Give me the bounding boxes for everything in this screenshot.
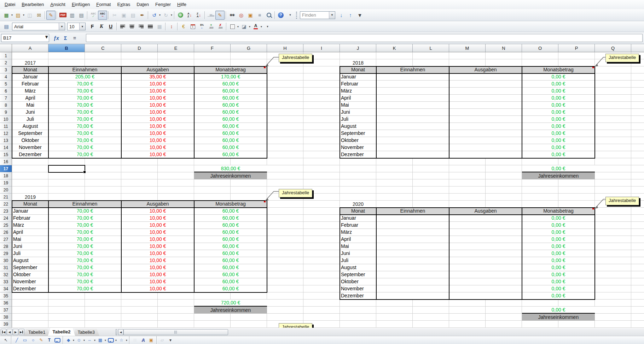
sum-icon[interactable]: Σ (61, 34, 70, 42)
cell[interactable]: 60,00 € (194, 123, 267, 130)
cell[interactable]: 70,00 € (48, 250, 121, 257)
cell[interactable] (449, 123, 522, 130)
horizontal-scrollbar[interactable]: ◀ (118, 329, 228, 335)
cell[interactable]: Juli (340, 257, 376, 264)
cell[interactable]: 10,00 € (121, 285, 194, 292)
scrollbar-thumb[interactable] (123, 329, 228, 335)
background-color-button[interactable]: ◪ (239, 22, 249, 31)
last-sheet-button[interactable]: ▶ (19, 329, 24, 335)
cell[interactable] (449, 102, 522, 109)
cell[interactable]: 60,00 € (194, 81, 267, 88)
rectangle-button[interactable]: ▭ (21, 336, 29, 344)
text-button[interactable]: T (45, 336, 53, 344)
delete-decimal-place-button[interactable]: ✗.000 (216, 22, 225, 31)
hyperlink-button[interactable]: ⊕ (176, 11, 185, 20)
cell[interactable] (376, 264, 449, 271)
find-toolbar-overflow-button[interactable]: ▾ (355, 11, 364, 20)
column-header-C[interactable]: C (85, 44, 121, 52)
cell[interactable]: 70,00 € (48, 88, 121, 95)
cell[interactable]: 10,00 € (121, 144, 194, 151)
table-header-monatsbetrag[interactable]: Monatsbetrag (522, 208, 595, 215)
cell[interactable]: Juli (12, 250, 48, 257)
fill-handle[interactable] (83, 171, 86, 173)
cell[interactable]: 70,00 € (48, 109, 121, 116)
cell[interactable]: 0,00 € (522, 278, 595, 285)
row-header-26[interactable]: 26 (0, 229, 12, 236)
cell[interactable] (376, 250, 449, 257)
format-paintbrush-button[interactable]: ✒ (138, 11, 147, 20)
background-color-dropdown-icon[interactable]: ▼ (248, 25, 251, 28)
cell[interactable]: 10,00 € (121, 130, 194, 137)
from-file-button[interactable]: ▣ (147, 336, 155, 344)
cell[interactable] (449, 222, 522, 229)
cell[interactable]: 10,00 € (121, 109, 194, 116)
cell[interactable]: 10,00 € (121, 229, 194, 236)
menu-ansicht[interactable]: Ansicht (47, 0, 69, 9)
name-box-dropdown-icon[interactable]: ▼ (44, 34, 49, 42)
jahreseinkommen-label-2017[interactable]: Jahreseinkommen (194, 172, 267, 179)
cell[interactable] (376, 229, 449, 236)
table-header-einnahmen[interactable]: Einnahmen (376, 66, 449, 73)
find-previous-button[interactable]: ↑ (346, 11, 355, 20)
jahreseinkommen-value-2020[interactable]: 0,00 € (522, 307, 595, 314)
block-arrows-dropdown-icon[interactable]: ▼ (93, 339, 96, 342)
column-header-L[interactable]: L (413, 44, 449, 52)
open-document-button[interactable]: ▨ (13, 11, 23, 20)
cell[interactable]: 60,00 € (194, 257, 267, 264)
cell[interactable] (449, 285, 522, 292)
row-header-8[interactable]: 8 (0, 102, 12, 109)
align-right-button[interactable] (137, 22, 146, 31)
cell[interactable]: 0,00 € (522, 236, 595, 243)
column-header-Q[interactable]: Q (595, 44, 631, 52)
cell[interactable] (449, 137, 522, 144)
cell[interactable]: 60,00 € (194, 130, 267, 137)
cell[interactable]: April (340, 236, 376, 243)
formula-input-line[interactable] (86, 34, 643, 42)
column-header-R[interactable]: R (631, 44, 644, 52)
row-header-32[interactable]: 32 (0, 271, 12, 278)
table-header-monat[interactable]: Monat (340, 66, 376, 73)
open-document-dropdown-icon[interactable]: ▼ (22, 14, 25, 16)
cell[interactable]: Dezember (12, 285, 48, 292)
vertical-alignment-button[interactable]: ↕ (167, 22, 176, 31)
cell[interactable] (449, 144, 522, 151)
cell[interactable]: Juli (340, 116, 376, 123)
number-format-standard-button[interactable]: $%← (197, 22, 207, 31)
cell[interactable]: 10,00 € (121, 81, 194, 88)
cell[interactable]: 70,00 € (48, 123, 121, 130)
font-name-dropdown-icon[interactable]: ▼ (59, 23, 65, 30)
cell[interactable]: 0,00 € (522, 109, 595, 116)
row-header-5[interactable]: 5 (0, 81, 12, 88)
cell[interactable]: 70,00 € (48, 208, 121, 215)
help-button[interactable]: ? (276, 11, 285, 20)
cell[interactable]: 60,00 € (194, 222, 267, 229)
menu-extras[interactable]: Extras (114, 0, 133, 9)
cell[interactable]: Februar (12, 81, 48, 88)
column-header-O[interactable]: O (522, 44, 558, 52)
cell[interactable]: 10,00 € (121, 151, 194, 158)
stars-dropdown-icon[interactable]: ▼ (125, 339, 128, 342)
cell[interactable]: 10,00 € (121, 243, 194, 250)
cell[interactable]: 0,00 € (522, 250, 595, 257)
row-header-28[interactable]: 28 (0, 243, 12, 250)
cell[interactable]: 60,00 € (194, 264, 267, 271)
jahreseinkommen-value-2017[interactable]: 830,00 € (194, 165, 267, 172)
row-header-6[interactable]: 6 (0, 88, 12, 95)
cell[interactable]: 0,00 € (522, 73, 595, 81)
cell[interactable]: 0,00 € (522, 116, 595, 123)
cell[interactable] (376, 222, 449, 229)
jahreseinkommen-label-2020[interactable]: Jahreseinkommen (522, 314, 595, 321)
cell[interactable] (376, 285, 449, 292)
select-all-corner[interactable] (0, 44, 12, 52)
cell[interactable]: April (12, 229, 48, 236)
cell[interactable]: 170,00 € (194, 73, 267, 81)
table-header-monatsbetrag[interactable]: Monatsbetrag (194, 66, 267, 73)
align-justified-button[interactable] (146, 22, 155, 31)
cell[interactable]: 70,00 € (48, 116, 121, 123)
cell[interactable]: 70,00 € (48, 229, 121, 236)
cell[interactable] (376, 137, 449, 144)
cell[interactable] (449, 109, 522, 116)
row-header-27[interactable]: 27 (0, 236, 12, 243)
cell[interactable]: Februar (340, 81, 376, 88)
cell[interactable]: 10,00 € (121, 123, 194, 130)
